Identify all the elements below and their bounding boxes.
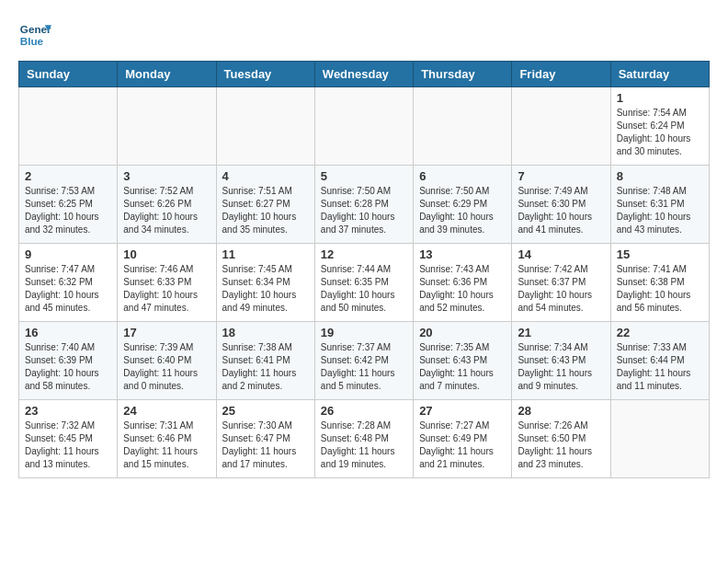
day-number: 11 (222, 247, 309, 261)
col-header-thursday: Thursday (414, 62, 512, 87)
calendar-cell: 13Sunrise: 7:43 AM Sunset: 6:36 PM Dayli… (414, 244, 512, 322)
calendar-cell: 15Sunrise: 7:41 AM Sunset: 6:38 PM Dayli… (610, 244, 709, 322)
day-number: 15 (617, 247, 703, 261)
day-info: Sunrise: 7:51 AM Sunset: 6:27 PM Dayligh… (222, 185, 309, 236)
header-row: SundayMondayTuesdayWednesdayThursdayFrid… (19, 62, 710, 87)
day-number: 18 (222, 326, 309, 339)
calendar-cell: 3Sunrise: 7:52 AM Sunset: 6:26 PM Daylig… (118, 166, 216, 244)
col-header-wednesday: Wednesday (314, 62, 413, 87)
day-number: 23 (25, 404, 111, 418)
day-info: Sunrise: 7:26 AM Sunset: 6:50 PM Dayligh… (518, 419, 604, 471)
day-number: 22 (617, 326, 703, 339)
day-number: 28 (518, 404, 604, 418)
calendar-cell: 24Sunrise: 7:31 AM Sunset: 6:46 PM Dayli… (118, 400, 216, 478)
calendar-cell: 12Sunrise: 7:44 AM Sunset: 6:35 PM Dayli… (314, 244, 413, 322)
day-info: Sunrise: 7:34 AM Sunset: 6:43 PM Dayligh… (518, 341, 604, 393)
day-info: Sunrise: 7:50 AM Sunset: 6:29 PM Dayligh… (419, 185, 506, 236)
calendar-cell: 21Sunrise: 7:34 AM Sunset: 6:43 PM Dayli… (512, 322, 610, 400)
calendar-cell: 23Sunrise: 7:32 AM Sunset: 6:45 PM Dayli… (19, 400, 118, 478)
day-info: Sunrise: 7:47 AM Sunset: 6:32 PM Dayligh… (25, 263, 111, 315)
col-header-tuesday: Tuesday (216, 62, 314, 87)
week-row-4: 16Sunrise: 7:40 AM Sunset: 6:39 PM Dayli… (19, 322, 710, 400)
week-row-2: 2Sunrise: 7:53 AM Sunset: 6:25 PM Daylig… (19, 166, 710, 244)
day-number: 26 (321, 404, 407, 418)
svg-text:Blue: Blue (20, 35, 44, 47)
day-number: 4 (222, 169, 309, 183)
calendar-cell: 19Sunrise: 7:37 AM Sunset: 6:42 PM Dayli… (314, 322, 413, 400)
week-row-3: 9Sunrise: 7:47 AM Sunset: 6:32 PM Daylig… (19, 244, 710, 322)
day-number: 9 (25, 247, 111, 261)
day-info: Sunrise: 7:43 AM Sunset: 6:36 PM Dayligh… (419, 263, 506, 315)
calendar-cell (610, 400, 709, 478)
col-header-sunday: Sunday (19, 62, 118, 87)
calendar-cell: 14Sunrise: 7:42 AM Sunset: 6:37 PM Dayli… (512, 244, 610, 322)
calendar-table: SundayMondayTuesdayWednesdayThursdayFrid… (18, 61, 710, 478)
calendar-cell: 4Sunrise: 7:51 AM Sunset: 6:27 PM Daylig… (216, 166, 314, 244)
day-info: Sunrise: 7:45 AM Sunset: 6:34 PM Dayligh… (222, 263, 309, 315)
day-number: 10 (123, 247, 210, 261)
calendar-cell: 26Sunrise: 7:28 AM Sunset: 6:48 PM Dayli… (314, 400, 413, 478)
day-number: 25 (222, 404, 309, 418)
calendar-cell: 2Sunrise: 7:53 AM Sunset: 6:25 PM Daylig… (19, 166, 118, 244)
day-number: 8 (617, 169, 703, 183)
day-info: Sunrise: 7:39 AM Sunset: 6:40 PM Dayligh… (123, 341, 210, 393)
calendar-cell: 25Sunrise: 7:30 AM Sunset: 6:47 PM Dayli… (216, 400, 314, 478)
logo-icon: General Blue (18, 18, 51, 52)
week-row-5: 23Sunrise: 7:32 AM Sunset: 6:45 PM Dayli… (19, 400, 710, 478)
day-info: Sunrise: 7:46 AM Sunset: 6:33 PM Dayligh… (123, 263, 210, 315)
calendar-cell: 28Sunrise: 7:26 AM Sunset: 6:50 PM Dayli… (512, 400, 610, 478)
svg-text:General: General (20, 23, 51, 35)
calendar-cell: 8Sunrise: 7:48 AM Sunset: 6:31 PM Daylig… (610, 166, 709, 244)
day-info: Sunrise: 7:49 AM Sunset: 6:30 PM Dayligh… (518, 185, 604, 236)
day-info: Sunrise: 7:27 AM Sunset: 6:49 PM Dayligh… (419, 419, 506, 471)
day-number: 24 (123, 404, 210, 418)
day-info: Sunrise: 7:48 AM Sunset: 6:31 PM Dayligh… (617, 185, 703, 236)
day-info: Sunrise: 7:40 AM Sunset: 6:39 PM Dayligh… (25, 341, 111, 393)
calendar-cell: 9Sunrise: 7:47 AM Sunset: 6:32 PM Daylig… (19, 244, 118, 322)
calendar-cell: 20Sunrise: 7:35 AM Sunset: 6:43 PM Dayli… (414, 322, 512, 400)
day-info: Sunrise: 7:33 AM Sunset: 6:44 PM Dayligh… (617, 341, 703, 393)
calendar-cell (314, 87, 413, 166)
day-info: Sunrise: 7:41 AM Sunset: 6:38 PM Dayligh… (617, 263, 703, 315)
day-info: Sunrise: 7:28 AM Sunset: 6:48 PM Dayligh… (321, 419, 407, 471)
calendar-cell (19, 87, 118, 166)
calendar-cell: 6Sunrise: 7:50 AM Sunset: 6:29 PM Daylig… (414, 166, 512, 244)
day-info: Sunrise: 7:50 AM Sunset: 6:28 PM Dayligh… (321, 185, 407, 236)
day-info: Sunrise: 7:32 AM Sunset: 6:45 PM Dayligh… (25, 419, 111, 471)
calendar-cell (512, 87, 610, 166)
day-number: 14 (518, 247, 604, 261)
day-info: Sunrise: 7:44 AM Sunset: 6:35 PM Dayligh… (321, 263, 407, 315)
day-number: 2 (25, 169, 111, 183)
day-number: 17 (123, 326, 210, 339)
calendar-cell: 16Sunrise: 7:40 AM Sunset: 6:39 PM Dayli… (19, 322, 118, 400)
calendar-cell: 5Sunrise: 7:50 AM Sunset: 6:28 PM Daylig… (314, 166, 413, 244)
day-number: 1 (617, 91, 703, 105)
calendar-cell: 11Sunrise: 7:45 AM Sunset: 6:34 PM Dayli… (216, 244, 314, 322)
day-info: Sunrise: 7:53 AM Sunset: 6:25 PM Dayligh… (25, 185, 111, 236)
day-number: 12 (321, 247, 407, 261)
day-info: Sunrise: 7:31 AM Sunset: 6:46 PM Dayligh… (123, 419, 210, 471)
page-header: General Blue (18, 18, 710, 52)
day-number: 5 (321, 169, 407, 183)
day-info: Sunrise: 7:38 AM Sunset: 6:41 PM Dayligh… (222, 341, 309, 393)
day-number: 6 (419, 169, 506, 183)
day-number: 16 (25, 326, 111, 339)
day-info: Sunrise: 7:37 AM Sunset: 6:42 PM Dayligh… (321, 341, 407, 393)
calendar-cell (118, 87, 216, 166)
calendar-cell: 17Sunrise: 7:39 AM Sunset: 6:40 PM Dayli… (118, 322, 216, 400)
day-number: 13 (419, 247, 506, 261)
calendar-cell: 7Sunrise: 7:49 AM Sunset: 6:30 PM Daylig… (512, 166, 610, 244)
col-header-monday: Monday (118, 62, 216, 87)
day-number: 7 (518, 169, 604, 183)
calendar-cell (216, 87, 314, 166)
day-info: Sunrise: 7:42 AM Sunset: 6:37 PM Dayligh… (518, 263, 604, 315)
calendar-cell: 27Sunrise: 7:27 AM Sunset: 6:49 PM Dayli… (414, 400, 512, 478)
day-info: Sunrise: 7:35 AM Sunset: 6:43 PM Dayligh… (419, 341, 506, 393)
calendar-cell (414, 87, 512, 166)
calendar-cell: 22Sunrise: 7:33 AM Sunset: 6:44 PM Dayli… (610, 322, 709, 400)
logo: General Blue (18, 18, 51, 52)
day-info: Sunrise: 7:52 AM Sunset: 6:26 PM Dayligh… (123, 185, 210, 236)
day-number: 3 (123, 169, 210, 183)
day-number: 27 (419, 404, 506, 418)
col-header-saturday: Saturday (610, 62, 709, 87)
